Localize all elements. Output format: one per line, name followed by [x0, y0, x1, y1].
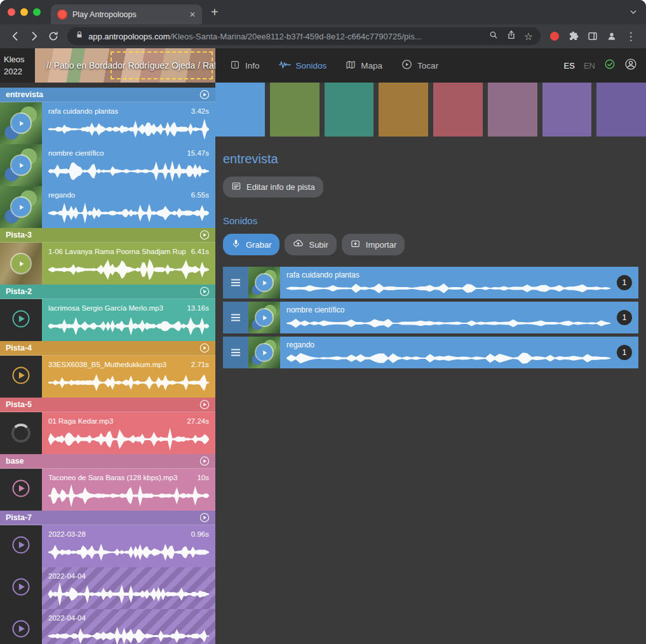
nav-tab-sonidos[interactable]: Sonidos	[269, 48, 337, 83]
play-sound-icon[interactable]	[11, 577, 30, 599]
fullscreen-window-button[interactable]	[33, 8, 41, 16]
sound-thumbnail[interactable]	[0, 609, 42, 644]
nav-tab-info[interactable]: Info	[220, 48, 269, 83]
sidebar-sound-item[interactable]: regando6.55s	[0, 186, 215, 228]
sound-info: 33ESX6038_B5_Muthedukkum.mp32.71s	[42, 356, 215, 398]
sidebar-sound-item[interactable]: 2022-04-04	[0, 567, 215, 609]
tab-close-icon[interactable]: ✕	[189, 10, 196, 19]
profile-avatar-icon[interactable]	[603, 27, 621, 45]
address-bar[interactable]: app.antropoloops.com/Kleos-Santa-Marina/…	[67, 27, 541, 45]
track-color-swatch[interactable]	[270, 83, 320, 137]
sound-name: 33ESX6038_B5_Muthedukkum.mp3	[48, 361, 186, 368]
sound-thumbnail[interactable]	[0, 567, 42, 609]
play-sound-icon[interactable]	[11, 309, 30, 331]
track-color-swatch[interactable]	[379, 83, 428, 137]
play-overlay-icon	[256, 274, 273, 291]
project-name[interactable]: Kleos 2022	[0, 48, 35, 83]
panel-sound-row[interactable]: rafa cuidando plantas1	[223, 267, 638, 299]
sidebar-sound-item[interactable]: 2022-03-280.96s	[0, 525, 215, 567]
forward-button[interactable]	[25, 27, 43, 45]
sound-thumbnail[interactable]	[0, 469, 42, 511]
track-color-swatch[interactable]	[596, 83, 646, 137]
sidebar-sound-item[interactable]: nombre científico15.47s	[0, 144, 215, 186]
waveform	[48, 624, 209, 644]
sound-thumbnail[interactable]	[0, 144, 42, 186]
project-map-thumbnail[interactable]: // Patio en Bordador Rodríguez Ojeda / R…	[35, 48, 215, 83]
sidebar-sound-item[interactable]: rafa cuidando plantas3.42s	[0, 102, 215, 144]
sound-thumbnail[interactable]	[248, 267, 280, 299]
sound-thumbnail[interactable]	[0, 525, 42, 567]
recording-extension-icon[interactable]	[546, 27, 563, 45]
drag-handle-icon[interactable]	[223, 267, 248, 299]
sound-thumbnail[interactable]	[248, 337, 280, 368]
sound-thumbnail[interactable]	[0, 299, 42, 341]
bookmark-star-icon[interactable]: ☆	[524, 30, 533, 43]
track-name: Pista-7	[6, 513, 199, 522]
track-color-swatch[interactable]	[215, 83, 265, 137]
zoom-icon[interactable]	[488, 30, 499, 43]
play-track-icon[interactable]	[199, 399, 210, 410]
play-track-icon[interactable]	[199, 286, 210, 297]
record-button[interactable]: Grabar	[223, 234, 279, 255]
sidebar-sound-item[interactable]: 33ESX6038_B5_Muthedukkum.mp32.71s	[0, 356, 215, 398]
sidebar-sound-item[interactable]: 01 Raga Kedar.mp327.24s	[0, 412, 215, 454]
upload-button[interactable]: Subir	[285, 234, 336, 255]
play-track-icon[interactable]	[199, 456, 210, 466]
panel-sound-row[interactable]: regando1	[223, 337, 638, 368]
play-sound-icon[interactable]	[11, 479, 30, 500]
browser-tab[interactable]: Play Antropoloops ✕	[51, 4, 202, 24]
track-color-swatch[interactable]	[433, 83, 483, 137]
play-track-icon[interactable]	[199, 90, 210, 100]
lang-es-button[interactable]: ES	[564, 61, 575, 70]
drag-handle-icon[interactable]	[223, 337, 248, 368]
sound-thumbnail[interactable]	[0, 102, 42, 144]
close-window-button[interactable]	[8, 8, 15, 16]
sound-thumbnail[interactable]	[0, 412, 42, 454]
account-icon[interactable]	[624, 58, 637, 73]
track-header[interactable]: Pista-2	[0, 285, 215, 299]
extensions-puzzle-icon[interactable]	[565, 27, 582, 45]
minimize-window-button[interactable]	[20, 8, 28, 16]
lang-en-button[interactable]: EN	[584, 61, 595, 70]
sound-thumbnail[interactable]	[0, 356, 42, 398]
sound-duration: 10s	[197, 474, 209, 481]
play-sound-icon[interactable]	[11, 619, 30, 641]
play-sound-icon[interactable]	[11, 366, 30, 387]
track-header[interactable]: Pista-3	[0, 228, 215, 243]
play-track-icon[interactable]	[199, 343, 210, 353]
side-panel-icon[interactable]	[584, 27, 602, 45]
sidebar-sound-item[interactable]: Taconeo de Sara Baras (128 kbps).mp310s	[0, 469, 215, 511]
drag-handle-icon[interactable]	[223, 302, 248, 333]
nav-tab-mapa[interactable]: Mapa	[336, 48, 392, 83]
play-track-icon[interactable]	[199, 230, 210, 240]
import-button[interactable]: Importar	[342, 234, 405, 255]
track-color-swatch[interactable]	[542, 83, 592, 137]
form-icon	[231, 181, 241, 193]
share-icon[interactable]	[506, 30, 516, 43]
track-header[interactable]: Pista-5	[0, 398, 215, 412]
tab-list-chevron-icon[interactable]	[628, 7, 638, 20]
track-color-swatch[interactable]	[488, 83, 537, 137]
track-header[interactable]: entrevista	[0, 88, 215, 102]
sound-thumbnail[interactable]	[0, 243, 42, 285]
track-color-swatch[interactable]	[325, 83, 374, 137]
play-sound-icon[interactable]	[11, 535, 30, 557]
back-button[interactable]	[6, 27, 24, 45]
sound-thumbnail[interactable]	[248, 302, 280, 333]
track-header[interactable]: Pista-7	[0, 511, 215, 525]
new-tab-button[interactable]: +	[211, 6, 219, 18]
browser-menu-kebab-icon[interactable]: ⋮	[622, 27, 640, 45]
sound-thumbnail[interactable]	[0, 186, 42, 228]
play-track-icon[interactable]	[199, 513, 210, 523]
sidebar-sound-item[interactable]: 1-06 Lavanya Rama Poorna Shadjam Rupak..…	[0, 243, 215, 285]
panel-sound-list: rafa cuidando plantas1nombre científico1…	[223, 267, 638, 368]
panel-sound-row[interactable]: nombre científico1	[223, 302, 638, 333]
edit-track-info-button[interactable]: Editar info de pista	[223, 177, 323, 198]
track-header[interactable]: Pista-4	[0, 341, 215, 356]
reload-button[interactable]	[44, 27, 62, 45]
sound-actions: Grabar Subir Importar	[223, 234, 638, 255]
sidebar-sound-item[interactable]: lacrimosa Sergio García Merlo.mp313.16s	[0, 299, 215, 341]
nav-tab-tocar[interactable]: Tocar	[392, 48, 448, 83]
track-header[interactable]: base	[0, 454, 215, 469]
sidebar-sound-item[interactable]: 2022-04-04	[0, 609, 215, 644]
